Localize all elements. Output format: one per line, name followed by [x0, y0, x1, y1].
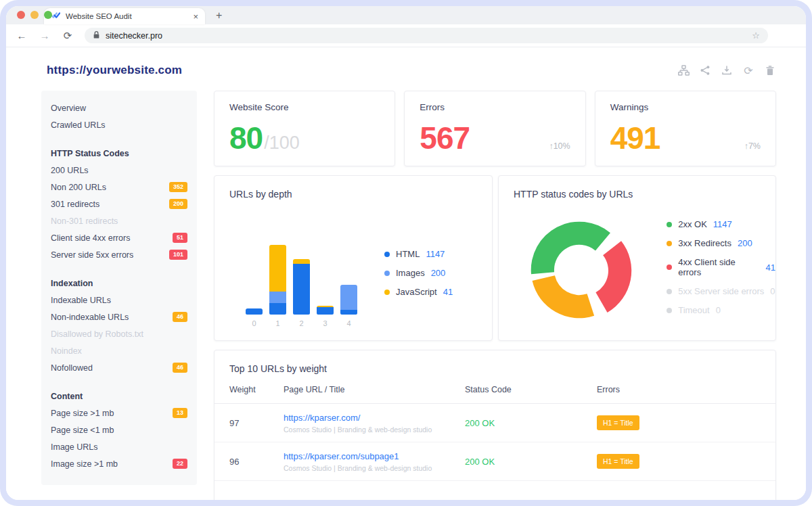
bar-chart-legend: HTML1147Images200JavaScript41 — [384, 249, 453, 297]
sidebar-item-label: Page size <1 mb — [51, 426, 187, 435]
col-errors: Errors — [597, 385, 761, 394]
legend-dot-icon — [667, 264, 672, 270]
sidebar-item-label: Non-301 redirects — [51, 216, 187, 226]
legend-dot-icon — [667, 289, 672, 294]
forward-icon[interactable]: → — [39, 30, 51, 41]
error-badge: H1 = Title — [597, 454, 639, 469]
stat-title: Website Score — [229, 102, 380, 112]
stat-title: Warnings — [610, 102, 761, 112]
legend-label: Images — [396, 268, 425, 278]
reload-icon[interactable]: ⟳ — [62, 30, 74, 42]
sidebar-item-non-301-redirects[interactable]: Non-301 redirects — [51, 212, 187, 229]
legend-dot-icon — [384, 252, 390, 257]
legend-label: HTML — [396, 249, 420, 259]
sidebar-item-label: HTTP Status Codes — [51, 149, 187, 158]
url-bar[interactable]: sitechecker.pro ☆ — [85, 28, 768, 43]
sidebar-item-server-side-5xx-errors[interactable]: Server side 5xx errors101 — [51, 246, 187, 263]
legend-value: 0 — [716, 305, 721, 315]
legend-value: 200 — [738, 238, 752, 248]
browser-tab[interactable]: Website SEO Audit × — [44, 8, 205, 24]
page-title-text: Cosmos Studio | Branding & web-design st… — [284, 426, 465, 434]
trash-icon[interactable] — [764, 64, 776, 76]
sidebar-item-disallowed-by-robots-txt[interactable]: Disallowed by Robots.txt — [51, 325, 187, 342]
legend-label: 5xx Server side errors — [678, 286, 764, 296]
back-icon[interactable]: ← — [16, 30, 28, 41]
donut-segment-3xx — [533, 275, 595, 318]
legend-label: 3xx Redirects — [678, 238, 731, 248]
legend-value: 1147 — [426, 249, 445, 259]
sidebar-item-label: 200 URLs — [51, 166, 187, 175]
bar-x-label: 0 — [252, 319, 256, 328]
sidebar-item-page-size-1-mb[interactable]: Page size >1 mb13 — [51, 405, 187, 421]
sidebar-item-301-redirects[interactable]: 301 redirects200 — [51, 196, 187, 212]
weight-cell: 96 — [229, 457, 284, 467]
share-icon[interactable] — [699, 64, 711, 76]
sidebar-item-noindex[interactable]: Noindex — [51, 342, 187, 359]
sidebar-item-label: Content — [51, 392, 187, 401]
legend-item: 2xx OK1147 — [667, 219, 775, 229]
legend-dot-icon — [667, 222, 672, 227]
page-url-link[interactable]: https://kparser.com/subpage1 — [284, 451, 465, 461]
sidebar-item-non-indexable-urls[interactable]: Non-indexable URLs46 — [51, 308, 187, 325]
sidebar-item-content: Content — [51, 388, 187, 405]
weight-cell: 97 — [229, 418, 284, 428]
bar-segment-images — [269, 292, 286, 303]
sitemap-icon[interactable] — [677, 64, 690, 76]
sidebar-item-crawled-urls[interactable]: Crawled URLs — [51, 116, 187, 133]
status-donut-chart — [523, 213, 635, 327]
legend-value: 41 — [766, 262, 775, 273]
legend-item: JavaScript41 — [384, 287, 453, 297]
sidebar-item-overview[interactable]: Overview — [51, 99, 187, 116]
legend-value: 200 — [431, 268, 446, 278]
bar-column: 3 — [317, 306, 334, 328]
refresh-icon[interactable]: ⟳ — [742, 64, 754, 76]
donut-segment-2xx — [531, 222, 610, 275]
table-spacer — [215, 481, 775, 500]
col-page-url: Page URL / Title — [284, 385, 465, 394]
maximize-window-button[interactable] — [44, 11, 52, 19]
close-window-button[interactable] — [17, 11, 25, 19]
tab-close-icon[interactable]: × — [193, 12, 198, 22]
bar-stack — [293, 259, 310, 315]
stat-cards: Website Score 80 /100 Errors 567 — [214, 91, 776, 166]
sidebar-item-image-size-1-mb[interactable]: Image size >1 mb22 — [51, 455, 187, 472]
warnings-card: Warnings 491 ↑7% — [595, 91, 776, 166]
sidebar-item-nofollowed[interactable]: Nofollowed46 — [51, 359, 187, 376]
report-actions: ⟳ — [677, 64, 776, 76]
depth-bar-chart: 01234 — [246, 245, 357, 328]
report-sidebar: OverviewCrawled URLsHTTP Status Codes200… — [41, 91, 197, 485]
sidebar-item-page-size-1-mb[interactable]: Page size <1 mb — [51, 421, 187, 438]
sidebar-item-indexable-urls[interactable]: Indexable URLs — [51, 292, 187, 308]
sidebar-item-non-200-urls[interactable]: Non 200 URLs352 — [51, 179, 187, 196]
sidebar-item-label: Image URLs — [51, 442, 187, 452]
legend-label: 4xx Client side errors — [678, 257, 759, 277]
sitechecker-favicon-icon — [51, 10, 60, 22]
errors-delta: ↑10% — [549, 141, 570, 151]
bar-segment-html — [269, 303, 286, 315]
download-icon[interactable] — [721, 64, 733, 76]
bar-stack — [317, 306, 334, 315]
sidebar-item-200-urls[interactable]: 200 URLs — [51, 162, 187, 179]
website-score-value: 80 — [229, 120, 263, 156]
errors-value: 567 — [420, 120, 470, 156]
count-badge: 46 — [173, 312, 187, 322]
warnings-value: 491 — [610, 120, 660, 156]
sidebar-item-image-urls[interactable]: Image URLs — [51, 438, 187, 455]
legend-item: Images200 — [384, 268, 453, 278]
bar-segment-html — [317, 307, 334, 315]
bar-stack — [340, 285, 357, 315]
legend-dot-icon — [667, 308, 672, 313]
bookmark-star-icon[interactable]: ☆ — [752, 30, 760, 41]
legend-item: Timeout0 — [667, 305, 775, 315]
sidebar-item-label: Indexation — [51, 279, 187, 288]
sidebar-item-label: Page size >1 mb — [51, 409, 173, 418]
legend-value: 1147 — [713, 219, 732, 229]
sidebar-item-client-side-4xx-errors[interactable]: Client side 4xx errors51 — [51, 229, 187, 246]
minimize-window-button[interactable] — [30, 11, 39, 19]
page-url-link[interactable]: https://kparser.com/ — [284, 413, 465, 423]
chart-title: HTTP status codes by URLs — [499, 176, 775, 200]
new-tab-button[interactable]: + — [216, 9, 222, 22]
legend-item: 3xx Redirects200 — [667, 238, 775, 248]
sidebar-item-http-status-codes: HTTP Status Codes — [51, 145, 187, 162]
donut-segment-4xx — [595, 241, 631, 313]
